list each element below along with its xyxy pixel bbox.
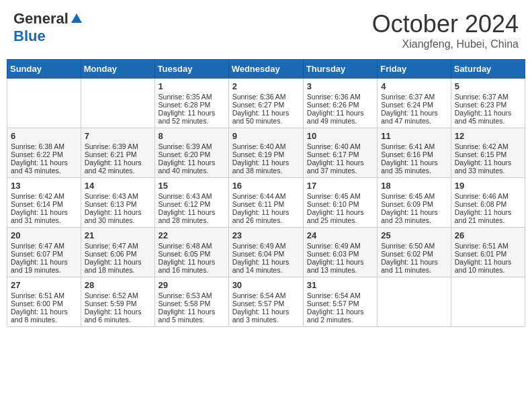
- day-number: 19: [455, 181, 521, 191]
- calendar-cell: 31Sunrise: 6:54 AMSunset: 5:57 PMDayligh…: [303, 277, 377, 327]
- sunset-text: Sunset: 6:11 PM: [232, 200, 285, 208]
- col-header-sunday: Sunday: [7, 60, 81, 79]
- calendar-week-row: 6Sunrise: 6:38 AMSunset: 6:22 PMDaylight…: [7, 128, 525, 178]
- day-number: 29: [159, 280, 225, 290]
- day-number: 27: [11, 280, 77, 290]
- daylight-text: Daylight: 11 hours and 38 minutes.: [232, 158, 290, 175]
- calendar-cell: 28Sunrise: 6:52 AMSunset: 5:59 PMDayligh…: [81, 277, 154, 327]
- daylight-text: Daylight: 11 hours and 18 minutes.: [85, 258, 142, 274]
- sunset-text: Sunset: 6:07 PM: [11, 250, 63, 258]
- day-number: 24: [307, 230, 373, 240]
- sunrise-text: Sunrise: 6:39 AM: [159, 142, 212, 150]
- day-number: 1: [159, 81, 225, 91]
- sunrise-text: Sunrise: 6:50 AM: [381, 242, 435, 250]
- sunset-text: Sunset: 6:01 PM: [455, 250, 507, 258]
- logo-blue: Blue: [13, 28, 46, 45]
- calendar-cell: 6Sunrise: 6:38 AMSunset: 6:22 PMDaylight…: [7, 128, 81, 178]
- calendar-cell: 1Sunrise: 6:35 AMSunset: 6:28 PMDaylight…: [154, 79, 228, 128]
- sunset-text: Sunset: 6:13 PM: [85, 200, 137, 208]
- calendar-cell: 22Sunrise: 6:48 AMSunset: 6:05 PMDayligh…: [154, 228, 228, 277]
- col-header-saturday: Saturday: [451, 60, 525, 79]
- daylight-text: Daylight: 11 hours and 47 minutes.: [381, 109, 438, 125]
- day-number: 13: [11, 181, 77, 191]
- calendar-cell: 14Sunrise: 6:43 AMSunset: 6:13 PMDayligh…: [81, 178, 154, 228]
- sunrise-text: Sunrise: 6:37 AM: [455, 93, 508, 101]
- daylight-text: Daylight: 11 hours and 35 minutes.: [381, 158, 438, 175]
- calendar-table: SundayMondayTuesdayWednesdayThursdayFrid…: [7, 59, 525, 327]
- sunrise-text: Sunrise: 6:47 AM: [11, 242, 64, 250]
- calendar-cell: [451, 277, 525, 327]
- sunrise-text: Sunrise: 6:44 AM: [232, 192, 286, 200]
- sunset-text: Sunset: 6:12 PM: [159, 200, 211, 208]
- sunset-text: Sunset: 5:57 PM: [307, 300, 359, 308]
- sunset-text: Sunset: 5:59 PM: [85, 300, 137, 308]
- sunset-text: Sunset: 6:22 PM: [11, 150, 63, 158]
- calendar-cell: 26Sunrise: 6:51 AMSunset: 6:01 PMDayligh…: [451, 228, 525, 277]
- daylight-text: Daylight: 11 hours and 45 minutes.: [455, 109, 512, 125]
- daylight-text: Daylight: 11 hours and 42 minutes.: [85, 158, 142, 175]
- sunset-text: Sunset: 6:09 PM: [381, 200, 433, 208]
- svg-marker-0: [71, 13, 82, 23]
- sunset-text: Sunset: 6:05 PM: [159, 250, 211, 258]
- day-number: 25: [381, 230, 447, 240]
- sunset-text: Sunset: 6:15 PM: [455, 150, 507, 158]
- calendar-cell: 29Sunrise: 6:53 AMSunset: 5:58 PMDayligh…: [154, 277, 228, 327]
- calendar-week-row: 20Sunrise: 6:47 AMSunset: 6:07 PMDayligh…: [7, 228, 525, 277]
- sunset-text: Sunset: 6:03 PM: [307, 250, 359, 258]
- daylight-text: Daylight: 11 hours and 6 minutes.: [85, 308, 142, 324]
- daylight-text: Daylight: 11 hours and 33 minutes.: [455, 158, 512, 175]
- day-number: 22: [159, 230, 225, 240]
- calendar-cell: 30Sunrise: 6:54 AMSunset: 5:57 PMDayligh…: [228, 277, 303, 327]
- calendar-cell: 13Sunrise: 6:42 AMSunset: 6:14 PMDayligh…: [7, 178, 81, 228]
- calendar-cell: 4Sunrise: 6:37 AMSunset: 6:24 PMDaylight…: [378, 79, 451, 128]
- daylight-text: Daylight: 11 hours and 14 minutes.: [232, 258, 290, 274]
- sunset-text: Sunset: 5:57 PM: [232, 300, 285, 308]
- calendar-cell: 12Sunrise: 6:42 AMSunset: 6:15 PMDayligh…: [451, 128, 525, 178]
- calendar-cell: 3Sunrise: 6:36 AMSunset: 6:26 PMDaylight…: [303, 79, 377, 128]
- day-number: 12: [455, 131, 521, 141]
- daylight-text: Daylight: 11 hours and 31 minutes.: [11, 208, 68, 224]
- day-number: 14: [85, 181, 151, 191]
- day-number: 23: [232, 230, 300, 240]
- col-header-thursday: Thursday: [303, 60, 377, 79]
- sunset-text: Sunset: 6:19 PM: [232, 150, 285, 158]
- sunset-text: Sunset: 6:20 PM: [159, 150, 211, 158]
- sunrise-text: Sunrise: 6:49 AM: [232, 242, 286, 250]
- daylight-text: Daylight: 11 hours and 37 minutes.: [307, 158, 364, 175]
- col-header-friday: Friday: [378, 60, 451, 79]
- calendar-cell: 21Sunrise: 6:47 AMSunset: 6:06 PMDayligh…: [81, 228, 154, 277]
- sunrise-text: Sunrise: 6:36 AM: [307, 93, 361, 101]
- calendar-cell: 25Sunrise: 6:50 AMSunset: 6:02 PMDayligh…: [378, 228, 451, 277]
- sunset-text: Sunset: 6:24 PM: [381, 101, 433, 109]
- day-number: 26: [455, 230, 521, 240]
- location: Xiangfeng, Hubei, China: [372, 38, 519, 50]
- daylight-text: Daylight: 11 hours and 8 minutes.: [11, 308, 68, 324]
- sunrise-text: Sunrise: 6:53 AM: [159, 291, 212, 300]
- daylight-text: Daylight: 11 hours and 49 minutes.: [307, 109, 364, 125]
- daylight-text: Daylight: 11 hours and 43 minutes.: [11, 158, 68, 175]
- daylight-text: Daylight: 11 hours and 16 minutes.: [159, 258, 216, 274]
- col-header-wednesday: Wednesday: [228, 60, 303, 79]
- day-number: 17: [307, 181, 373, 191]
- sunset-text: Sunset: 6:21 PM: [85, 150, 137, 158]
- calendar-cell: [378, 277, 451, 327]
- day-number: 4: [381, 81, 447, 91]
- day-number: 3: [307, 81, 373, 91]
- sunrise-text: Sunrise: 6:51 AM: [11, 291, 64, 300]
- sunset-text: Sunset: 6:04 PM: [232, 250, 285, 258]
- title-area: October 2024 Xiangfeng, Hubei, China: [372, 10, 519, 50]
- calendar-cell: 17Sunrise: 6:45 AMSunset: 6:10 PMDayligh…: [303, 178, 377, 228]
- calendar-cell: 16Sunrise: 6:44 AMSunset: 6:11 PMDayligh…: [228, 178, 303, 228]
- calendar-cell: 24Sunrise: 6:49 AMSunset: 6:03 PMDayligh…: [303, 228, 377, 277]
- col-header-monday: Monday: [81, 60, 154, 79]
- day-number: 18: [381, 181, 447, 191]
- daylight-text: Daylight: 11 hours and 3 minutes.: [232, 308, 290, 324]
- sunrise-text: Sunrise: 6:38 AM: [11, 142, 64, 150]
- daylight-text: Daylight: 11 hours and 21 minutes.: [455, 208, 512, 224]
- day-number: 9: [232, 131, 300, 141]
- daylight-text: Daylight: 11 hours and 5 minutes.: [159, 308, 216, 324]
- logo: General Blue: [13, 10, 83, 45]
- sunset-text: Sunset: 6:17 PM: [307, 150, 359, 158]
- calendar-cell: 10Sunrise: 6:40 AMSunset: 6:17 PMDayligh…: [303, 128, 377, 178]
- calendar-cell: 11Sunrise: 6:41 AMSunset: 6:16 PMDayligh…: [378, 128, 451, 178]
